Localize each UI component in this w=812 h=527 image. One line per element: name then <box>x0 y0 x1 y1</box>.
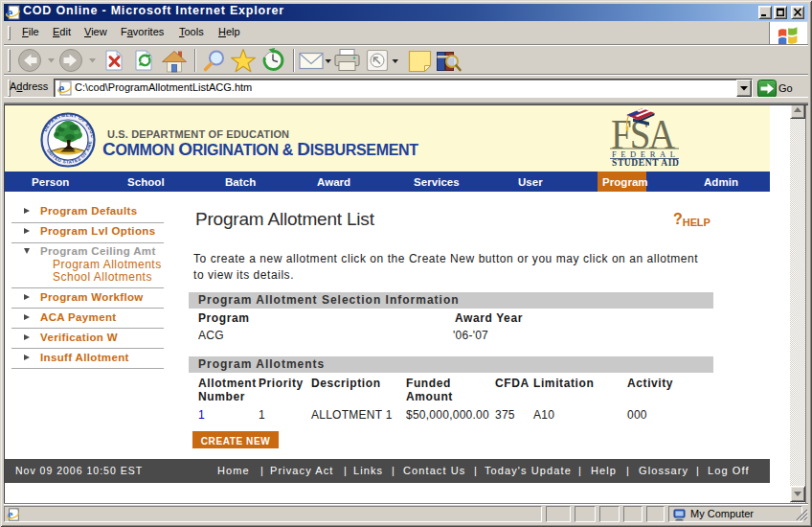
svg-text:e: e <box>7 6 12 20</box>
svg-text:e: e <box>8 508 13 521</box>
svg-text:e: e <box>58 81 64 96</box>
svg-text:STUDENT AID: STUDENT AID <box>612 158 680 167</box>
svg-text:FEDERAL: FEDERAL <box>612 149 679 159</box>
